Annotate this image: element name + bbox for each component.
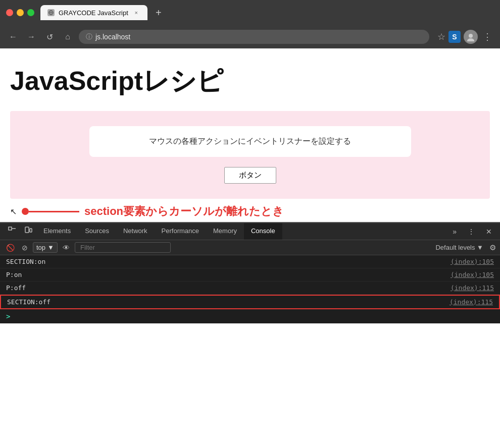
browser-menu-button[interactable]: ⋮ bbox=[481, 29, 494, 44]
svg-rect-5 bbox=[9, 227, 12, 230]
bookmark-icon[interactable]: ☆ bbox=[437, 31, 445, 42]
context-selector[interactable]: top ▼ bbox=[33, 242, 58, 253]
demo-section: マウスの各種アクションにイベントリスナーを設定する ボタン bbox=[10, 111, 490, 199]
filter-icon[interactable]: ⊘ bbox=[20, 243, 30, 253]
extension-s-icon[interactable]: S bbox=[448, 31, 461, 43]
console-row-2: P:on (index):105 bbox=[0, 268, 500, 282]
tab-bar: GRAYCODE JavaScript × + bbox=[40, 5, 494, 20]
new-tab-button[interactable]: + bbox=[152, 6, 166, 20]
console-link-4[interactable]: (index):115 bbox=[449, 298, 493, 306]
console-link-2[interactable]: (index):105 bbox=[451, 271, 494, 278]
home-button[interactable]: ⌂ bbox=[61, 30, 75, 44]
tab-favicon bbox=[47, 9, 55, 16]
nav-right-controls: ☆ S ⋮ bbox=[437, 29, 494, 44]
tab-title: GRAYCODE JavaScript bbox=[59, 9, 128, 17]
cursor-icon: ↖ bbox=[10, 207, 17, 216]
console-row-4-highlighted: SECTION:off (index):115 bbox=[0, 295, 500, 309]
profile-avatar[interactable] bbox=[464, 30, 478, 44]
demo-button[interactable]: ボタン bbox=[224, 167, 276, 184]
back-button[interactable]: ← bbox=[6, 30, 20, 44]
red-line bbox=[29, 211, 79, 212]
close-button[interactable] bbox=[6, 9, 13, 16]
console-text-1: SECTION:on bbox=[6, 258, 45, 265]
browser-tab[interactable]: GRAYCODE JavaScript × bbox=[40, 5, 147, 20]
page-title: JavaScriptレシピ bbox=[10, 64, 490, 99]
arrow-line bbox=[22, 208, 79, 215]
minimize-button[interactable] bbox=[17, 9, 24, 16]
console-link-3[interactable]: (index):115 bbox=[451, 284, 494, 292]
levels-label: Default levels ▼ bbox=[435, 244, 483, 251]
svg-point-4 bbox=[467, 38, 474, 41]
console-settings-icon[interactable]: ⚙ bbox=[489, 243, 496, 252]
annotation-text: section要素からカーソルが離れたとき bbox=[84, 204, 284, 219]
console-prompt[interactable]: > bbox=[0, 309, 500, 323]
annotation-area: ↖ section要素からカーソルが離れたとき bbox=[0, 199, 500, 222]
traffic-lights bbox=[6, 9, 34, 16]
nav-bar: ← → ↺ ⌂ ⓘ js.localhost ☆ S ⋮ bbox=[0, 25, 500, 48]
red-dot bbox=[22, 208, 29, 215]
svg-rect-7 bbox=[25, 227, 29, 233]
address-bar[interactable]: ⓘ js.localhost bbox=[79, 30, 429, 44]
console-row-1: SECTION:on (index):105 bbox=[0, 255, 500, 268]
context-label: top bbox=[36, 244, 45, 251]
tab-console[interactable]: Console bbox=[244, 223, 282, 240]
devtools-tab-right: » ⋮ ✕ bbox=[448, 225, 496, 239]
tab-close-button[interactable]: × bbox=[132, 9, 140, 17]
tab-sources[interactable]: Sources bbox=[78, 223, 116, 240]
devtools-panel: Elements Sources Network Performance Mem… bbox=[0, 222, 500, 323]
console-output: SECTION:on (index):105 P:on (index):105 … bbox=[0, 255, 500, 309]
devtools-more-tabs-button[interactable]: » bbox=[448, 225, 461, 239]
eye-icon[interactable]: 👁 bbox=[61, 243, 72, 253]
svg-point-3 bbox=[469, 34, 473, 38]
prompt-chevron-icon: > bbox=[6, 312, 10, 320]
devtools-close-button[interactable]: ✕ bbox=[482, 225, 496, 239]
clear-console-button[interactable]: 🚫 bbox=[4, 243, 17, 253]
title-bar: GRAYCODE JavaScript × + bbox=[0, 0, 500, 25]
devtools-inspect-icon[interactable] bbox=[4, 223, 20, 239]
console-text-4: SECTION:off bbox=[7, 298, 51, 306]
devtools-device-icon[interactable] bbox=[20, 223, 36, 239]
forward-button[interactable]: → bbox=[24, 30, 38, 44]
console-text-2: P:on bbox=[6, 271, 22, 278]
tab-memory[interactable]: Memory bbox=[206, 223, 244, 240]
demo-description: マウスの各種アクションにイベントリスナーを設定する bbox=[89, 126, 411, 157]
console-link-1[interactable]: (index):105 bbox=[451, 258, 494, 265]
log-levels-selector[interactable]: Default levels ▼ bbox=[435, 244, 483, 251]
console-filter-input[interactable] bbox=[75, 242, 171, 253]
page-content: JavaScriptレシピ マウスの各種アクションにイベントリスナーを設定する … bbox=[0, 48, 500, 199]
tab-network[interactable]: Network bbox=[116, 223, 155, 240]
reload-button[interactable]: ↺ bbox=[42, 30, 57, 44]
address-text: js.localhost bbox=[95, 33, 130, 41]
devtools-toolbar: 🚫 ⊘ top ▼ 👁 Default levels ▼ ⚙ bbox=[0, 240, 500, 255]
tab-performance[interactable]: Performance bbox=[155, 223, 206, 240]
chevron-down-icon: ▼ bbox=[47, 244, 54, 251]
tab-elements[interactable]: Elements bbox=[36, 223, 78, 240]
svg-rect-8 bbox=[30, 229, 32, 232]
console-row-3: P:off (index):115 bbox=[0, 282, 500, 295]
console-text-3: P:off bbox=[6, 284, 26, 292]
devtools-tabs: Elements Sources Network Performance Mem… bbox=[0, 223, 500, 240]
devtools-settings-button[interactable]: ⋮ bbox=[464, 225, 479, 239]
maximize-button[interactable] bbox=[27, 9, 34, 16]
security-icon: ⓘ bbox=[86, 32, 92, 41]
